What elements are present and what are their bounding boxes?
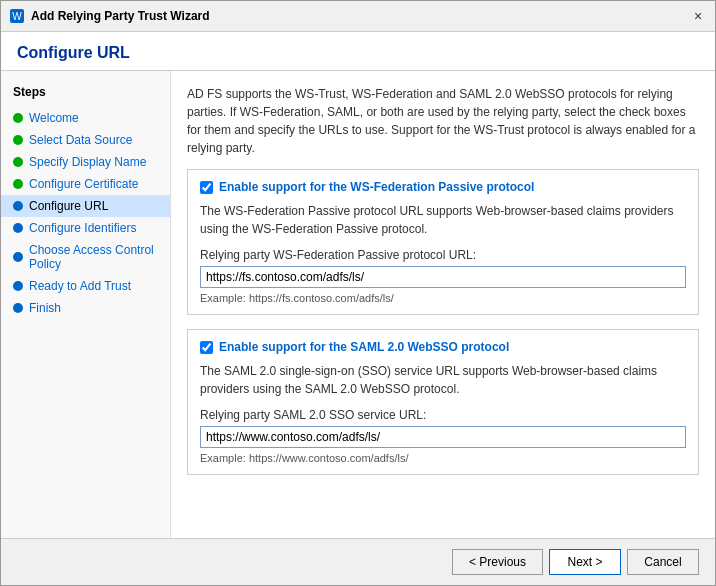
window-title: Add Relying Party Trust Wizard: [31, 9, 210, 23]
ws-federation-checkbox-text: Enable support for the WS-Federation Pas…: [219, 180, 534, 194]
main-content: AD FS supports the WS-Trust, WS-Federati…: [171, 71, 715, 538]
dot-icon: [13, 303, 23, 313]
cancel-button[interactable]: Cancel: [627, 549, 699, 575]
main-description: AD FS supports the WS-Trust, WS-Federati…: [187, 85, 699, 157]
close-button[interactable]: ×: [689, 7, 707, 25]
ws-federation-checkbox-label[interactable]: Enable support for the WS-Federation Pas…: [200, 180, 686, 194]
wizard-window: W Add Relying Party Trust Wizard × Confi…: [0, 0, 716, 586]
ws-url-example: Example: https://fs.contoso.com/adfs/ls/: [200, 292, 686, 304]
sidebar-item-welcome[interactable]: Welcome: [1, 107, 170, 129]
sidebar-item-specify-display-name[interactable]: Specify Display Name: [1, 151, 170, 173]
sidebar-item-configure-identifiers[interactable]: Configure Identifiers: [1, 217, 170, 239]
ws-url-label: Relying party WS-Federation Passive prot…: [200, 248, 686, 262]
wizard-icon: W: [9, 8, 25, 24]
dot-icon: [13, 157, 23, 167]
sidebar-item-configure-certificate[interactable]: Configure Certificate: [1, 173, 170, 195]
sidebar-label: Select Data Source: [29, 133, 132, 147]
page-title: Configure URL: [17, 44, 699, 62]
sidebar-item-ready-to-add-trust[interactable]: Ready to Add Trust: [1, 275, 170, 297]
saml-checkbox[interactable]: [200, 341, 213, 354]
sidebar-heading: Steps: [1, 81, 170, 107]
sidebar-label: Specify Display Name: [29, 155, 146, 169]
sidebar: Steps Welcome Select Data Source Specify…: [1, 71, 171, 538]
saml-section: Enable support for the SAML 2.0 WebSSO p…: [187, 329, 699, 475]
dot-icon: [13, 135, 23, 145]
sidebar-label: Configure URL: [29, 199, 108, 213]
content-area: Steps Welcome Select Data Source Specify…: [1, 71, 715, 538]
dot-icon: [13, 201, 23, 211]
footer: < Previous Next > Cancel: [1, 538, 715, 585]
dot-icon: [13, 281, 23, 291]
title-bar: W Add Relying Party Trust Wizard ×: [1, 1, 715, 32]
sidebar-label: Welcome: [29, 111, 79, 125]
ws-url-input[interactable]: [200, 266, 686, 288]
saml-url-label: Relying party SAML 2.0 SSO service URL:: [200, 408, 686, 422]
svg-text:W: W: [12, 11, 22, 22]
ws-federation-desc: The WS-Federation Passive protocol URL s…: [200, 202, 686, 238]
saml-url-example: Example: https://www.contoso.com/adfs/ls…: [200, 452, 686, 464]
sidebar-label: Ready to Add Trust: [29, 279, 131, 293]
sidebar-item-finish[interactable]: Finish: [1, 297, 170, 319]
sidebar-item-choose-access-control[interactable]: Choose Access Control Policy: [1, 239, 170, 275]
dot-icon: [13, 223, 23, 233]
sidebar-label: Choose Access Control Policy: [29, 243, 158, 271]
next-button[interactable]: Next >: [549, 549, 621, 575]
sidebar-item-select-data-source[interactable]: Select Data Source: [1, 129, 170, 151]
dot-icon: [13, 179, 23, 189]
title-bar-left: W Add Relying Party Trust Wizard: [9, 8, 210, 24]
ws-federation-checkbox[interactable]: [200, 181, 213, 194]
dot-icon: [13, 113, 23, 123]
saml-url-input[interactable]: [200, 426, 686, 448]
sidebar-label: Finish: [29, 301, 61, 315]
dot-icon: [13, 252, 23, 262]
sidebar-label: Configure Identifiers: [29, 221, 136, 235]
sidebar-label: Configure Certificate: [29, 177, 138, 191]
saml-checkbox-text: Enable support for the SAML 2.0 WebSSO p…: [219, 340, 509, 354]
saml-desc: The SAML 2.0 single-sign-on (SSO) servic…: [200, 362, 686, 398]
previous-button[interactable]: < Previous: [452, 549, 543, 575]
dialog-header: Configure URL: [1, 32, 715, 71]
ws-federation-section: Enable support for the WS-Federation Pas…: [187, 169, 699, 315]
sidebar-item-configure-url: Configure URL: [1, 195, 170, 217]
saml-checkbox-label[interactable]: Enable support for the SAML 2.0 WebSSO p…: [200, 340, 686, 354]
